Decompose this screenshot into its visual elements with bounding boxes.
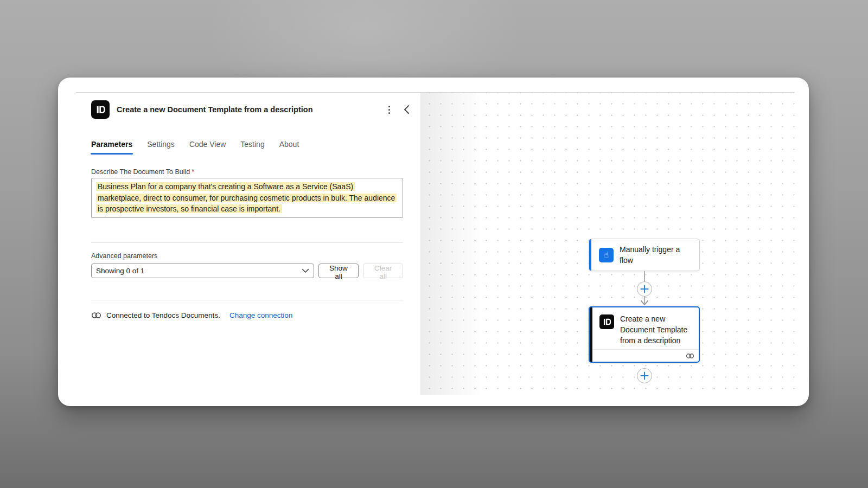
advanced-parameters-label: Advanced parameters (91, 252, 403, 260)
section-divider (91, 300, 403, 300)
panel-tabs: Parameters Settings Code View Testing Ab… (91, 140, 403, 155)
plus-icon (640, 371, 649, 380)
flow-canvas[interactable]: ☝ Manually trigger a flow (420, 93, 795, 395)
node-title: Manually trigger a flow (620, 244, 694, 266)
canvas-edge-shadow (420, 93, 483, 395)
section-divider (91, 242, 403, 243)
tab-code-view[interactable]: Code View (189, 140, 226, 155)
connection-status-text: Connected to Tendocs Documents. (106, 311, 220, 319)
show-all-button[interactable]: Show all (318, 264, 359, 278)
connection-row: Connected to Tendocs Documents. Change c… (91, 311, 403, 319)
flow-connector-end (589, 363, 700, 383)
chevron-left-icon (404, 105, 410, 114)
flow-editor-window: Create a new Document Template from a de… (58, 78, 809, 406)
tab-parameters[interactable]: Parameters (91, 140, 132, 155)
node-title: Create a new Document Template from a de… (620, 313, 693, 346)
more-options-button[interactable] (382, 103, 395, 116)
description-textarea[interactable]: Business Plan for a company that's creat… (91, 178, 403, 218)
connection-link-icon (686, 353, 694, 359)
advanced-parameters-dropdown[interactable]: Showing 0 of 1 (91, 264, 314, 278)
node-footer (590, 349, 699, 362)
node-accent-bar (589, 239, 591, 271)
flow-column: ☝ Manually trigger a flow (589, 239, 700, 383)
panel-header: Create a new Document Template from a de… (91, 100, 413, 119)
collapse-panel-button[interactable] (400, 103, 413, 116)
advanced-parameters-row: Showing 0 of 1 Show all Clear all (91, 264, 403, 278)
kebab-menu-icon (388, 106, 390, 114)
node-manually-trigger-flow[interactable]: ☝ Manually trigger a flow (589, 239, 700, 271)
node-body: Create a new Document Template from a de… (590, 307, 699, 349)
required-asterisk: * (192, 168, 194, 176)
add-step-button[interactable] (637, 368, 652, 383)
connection-link-icon (91, 312, 101, 319)
editor-area: Create a new Document Template from a de… (76, 92, 795, 395)
plus-icon (640, 285, 649, 293)
panel-title: Create a new Document Template from a de… (117, 105, 382, 114)
dropdown-selected-value: Showing 0 of 1 (96, 267, 302, 275)
tendocs-logo-icon (91, 100, 110, 119)
insert-step-button[interactable] (637, 281, 652, 297)
highlighted-description-text: Business Plan for a company that's creat… (96, 182, 397, 213)
tendocs-logo-icon (599, 314, 614, 329)
change-connection-link[interactable]: Change connection (229, 311, 292, 319)
tab-about[interactable]: About (279, 140, 299, 155)
node-accent-bar (590, 307, 592, 362)
arrow-down-icon (640, 300, 649, 305)
action-config-panel: Create a new Document Template from a de… (76, 93, 420, 395)
clear-all-button[interactable]: Clear all (363, 264, 403, 278)
flow-connector (589, 271, 700, 306)
tab-settings[interactable]: Settings (147, 140, 175, 155)
tab-testing[interactable]: Testing (240, 140, 264, 155)
node-create-document-template[interactable]: Create a new Document Template from a de… (589, 306, 700, 363)
manual-trigger-icon: ☝ (599, 248, 614, 262)
description-field-label: Describe The Document To Build* (91, 168, 403, 176)
chevron-down-icon (302, 268, 309, 273)
